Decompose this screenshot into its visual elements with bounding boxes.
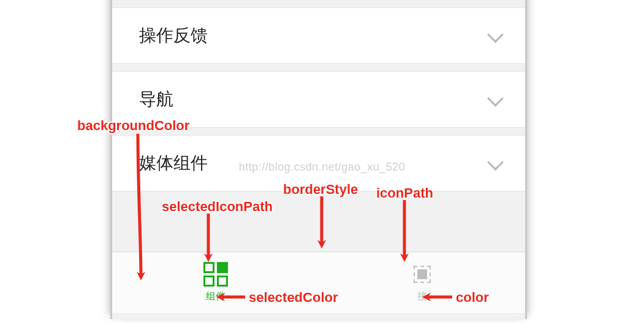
- grid-icon: [203, 262, 228, 287]
- tab-label: 接: [417, 290, 427, 303]
- list-row-feedback[interactable]: 操作反馈: [112, 7, 525, 64]
- chevron-down-icon: [486, 26, 504, 45]
- row-label: 媒体组件: [139, 152, 208, 175]
- tab-bar: 组件 接: [112, 252, 525, 313]
- app-frame: 操作反馈 导航 媒体组件 组件 接: [110, 0, 527, 319]
- tab-api[interactable]: 接: [319, 252, 525, 313]
- tab-label: 组件: [206, 290, 225, 303]
- row-label: 操作反馈: [139, 24, 208, 47]
- list-row-nav[interactable]: 导航: [112, 71, 525, 128]
- chevron-down-icon: [486, 90, 504, 109]
- chip-icon: [410, 262, 434, 287]
- tab-components[interactable]: 组件: [112, 252, 319, 313]
- list-row-media[interactable]: 媒体组件: [112, 135, 525, 191]
- chevron-down-icon: [486, 154, 504, 172]
- row-label: 导航: [139, 88, 173, 111]
